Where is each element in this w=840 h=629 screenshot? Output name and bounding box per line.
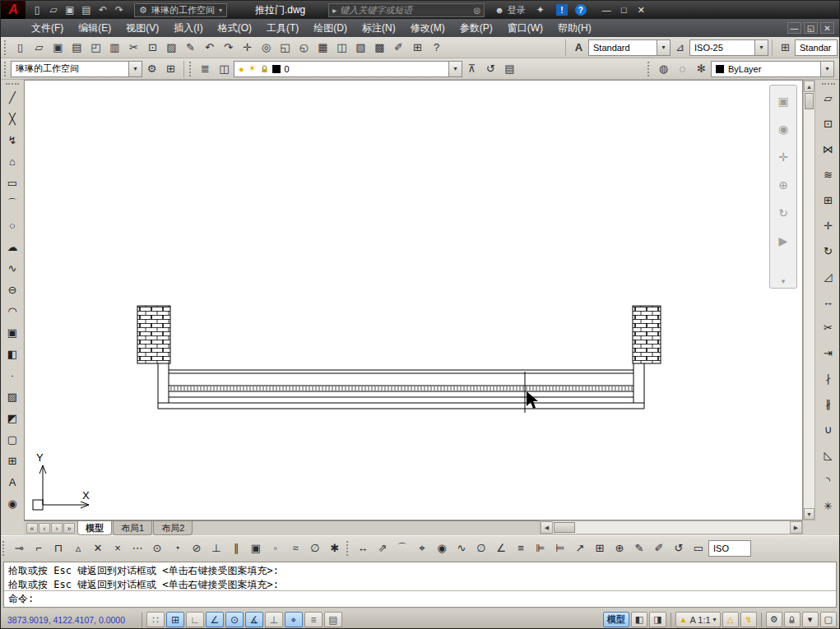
color-combo[interactable]: ByLayer ▾ [711,61,834,77]
horizontal-scroll-thumb[interactable] [554,522,575,533]
dim-angular-icon[interactable]: ∠ [491,539,511,558]
dim-radius-icon[interactable]: ◉ [432,539,452,558]
chevron-down-icon[interactable]: ▾ [754,40,768,55]
snap-endpoint-icon[interactable]: ⊓ [49,539,68,558]
toolbar-grip[interactable] [6,83,19,86]
hatch-icon[interactable]: ▨ [2,387,22,405]
navbar-menu-icon[interactable]: ▾ [782,277,786,285]
osnap-settings-icon[interactable]: ✱ [325,539,345,558]
layer-properties-icon[interactable]: ≣ [196,60,215,78]
menu-item-tools[interactable]: 工具(T) [259,19,306,37]
snap-intersection-icon[interactable]: ✕ [88,539,108,558]
make-block-icon[interactable]: ◧ [2,345,22,363]
layer-previous-icon[interactable]: ↺ [481,60,500,78]
markup-icon[interactable]: ✐ [389,39,408,57]
steering-wheel-icon[interactable]: ◉ [773,118,794,140]
menu-item-edit[interactable]: 编辑(E) [71,19,118,37]
dim-update-icon[interactable]: ↺ [669,539,689,558]
menu-item-dimension[interactable]: 标注(N) [355,19,403,37]
doc-restore-button[interactable]: ◱ [804,22,818,34]
close-button[interactable]: ✕ [633,3,650,16]
revision-cloud-icon[interactable]: ☁ [2,238,22,256]
trim-icon[interactable]: ✂ [819,317,838,337]
qat-new-icon[interactable]: ▯ [29,2,45,17]
sheet-set-manager-icon[interactable]: ▩ [370,39,389,57]
properties-icon[interactable]: ▦ [313,39,332,57]
toolbar-lock-button[interactable] [784,612,801,627]
clean-screen-button[interactable]: ▢ [820,612,837,627]
binoculars-icon[interactable]: ◎ [474,6,481,15]
new-icon[interactable]: ▯ [11,39,30,57]
zoom-previous-icon[interactable]: ◵ [295,39,313,57]
rectangle-icon[interactable]: ▭ [2,173,22,192]
text-style-combo[interactable]: Standard ▾ [588,39,671,56]
table-icon[interactable]: ⊞ [2,451,22,469]
stretch-icon[interactable]: ↔ [819,292,838,312]
extend-icon[interactable]: ⇥ [819,343,838,363]
tolerance-icon[interactable]: ⊞ [590,539,610,558]
toolbar-grip[interactable] [2,541,6,556]
quick-view-layouts-button[interactable]: ◧ [631,612,647,627]
toolbar-grip[interactable] [346,541,350,556]
nav-zoom-icon[interactable]: ⊕ [773,174,794,196]
layer-combo[interactable]: ● ☀ 0 ▾ [234,61,462,77]
qat-redo-icon[interactable]: ↷ [111,2,128,17]
copy-icon[interactable]: ⊡ [143,39,162,57]
region-icon[interactable]: ▢ [2,430,22,448]
menu-item-modify[interactable]: 修改(M) [403,19,452,37]
dim-text-edit-icon[interactable]: ✐ [649,539,669,558]
first-tab-button[interactable]: « [26,523,38,534]
menu-item-view[interactable]: 视图(V) [118,19,166,37]
grid-toggle[interactable]: ⊞ [166,612,184,627]
chamfer-icon[interactable]: ◺ [819,445,838,465]
cut-icon[interactable]: ✂ [124,39,143,57]
communication-center-icon[interactable]: ✦ [532,2,549,17]
dim-aligned-icon[interactable]: ⇗ [373,539,392,558]
break-icon[interactable]: ∦ [819,394,838,414]
snap-apparent-intersection-icon[interactable]: × [108,539,128,558]
dim-linear-icon[interactable]: ↔ [353,539,373,558]
workspace-save-icon[interactable]: ⊞ [161,60,180,78]
scroll-down-button[interactable]: ▼ [804,508,814,520]
layer-states-icon[interactable]: ◫ [215,60,234,78]
match-properties-icon[interactable]: ✎ [181,39,200,57]
menu-item-file[interactable]: 文件(F) [24,19,71,37]
zoom-realtime-icon[interactable]: ◎ [257,39,276,57]
search-arrow-icon[interactable]: ▸ [332,6,336,15]
layer-sun-icon[interactable]: ☀ [248,63,257,74]
sign-in-button[interactable]: ☻ 登录 [494,4,526,16]
scroll-right-button[interactable]: ▶ [790,521,802,534]
toolbar-grip[interactable] [822,83,835,86]
quick-dimension-icon[interactable]: ≡ [511,539,531,558]
doc-close-button[interactable]: ✕ [820,22,834,34]
layer-freeze-icon[interactable]: ✻ [692,60,711,78]
snap-extension-icon[interactable]: ⋯ [128,539,147,558]
ellipse-icon[interactable]: ⊖ [2,280,22,298]
ellipse-arc-icon[interactable]: ◠ [2,302,22,320]
dim-diameter-icon[interactable]: ∅ [471,539,491,558]
open-icon[interactable]: ▱ [30,39,49,57]
search-box[interactable]: ▸ 键入关键字或短语 ◎ [328,3,485,17]
chevron-down-icon[interactable]: ▾ [657,40,670,55]
last-tab-button[interactable]: » [63,523,75,534]
snap-toggle[interactable]: ∷ [146,612,165,627]
make-object-layer-current-icon[interactable]: ⊼ [462,60,481,78]
command-input[interactable]: 命令: [4,591,836,607]
status-menu-button[interactable]: ▾ [802,612,819,627]
erase-icon[interactable]: ▱ [819,88,838,108]
pan-icon[interactable]: ✛ [238,39,257,57]
quickcalc-icon[interactable]: ⊞ [408,39,427,57]
rotate-icon[interactable]: ↻ [819,241,838,261]
multiline-text-icon[interactable]: A [2,473,22,491]
move-icon[interactable]: ✛ [819,215,838,235]
layer-bulb-icon[interactable]: ● [239,64,244,74]
line-icon[interactable]: ╱ [2,88,22,106]
dyn-toggle[interactable]: ⌖ [285,612,303,627]
ducs-toggle[interactable]: ⊥ [265,612,283,627]
infocenter-help-icon[interactable]: ? [575,4,587,16]
workspace-settings-icon[interactable]: ⚙ [142,60,161,78]
fillet-icon[interactable]: ◝ [819,470,838,490]
snap-perpendicular-icon[interactable]: ⊥ [207,539,226,558]
otrack-toggle[interactable]: ∡ [245,612,263,627]
workspace-selector[interactable]: ⚙ 琳琳的工作空间 ▾ [134,3,227,17]
